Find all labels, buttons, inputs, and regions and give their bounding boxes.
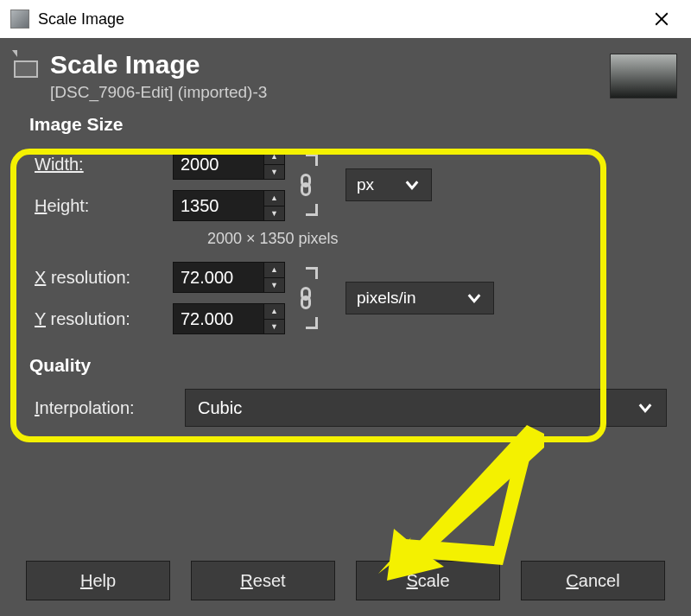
size-rows: Width: ▲ ▼ Height: bbox=[35, 143, 667, 226]
yres-step-down[interactable]: ▼ bbox=[264, 319, 284, 334]
svg-marker-5 bbox=[387, 425, 544, 581]
dimensions-text: 2000 × 1350 pixels bbox=[207, 230, 667, 248]
xres-input[interactable] bbox=[174, 263, 263, 292]
dialog-title: Scale Image bbox=[50, 50, 267, 79]
interpolation-value: Cubic bbox=[198, 398, 242, 418]
svg-marker-2 bbox=[401, 434, 536, 565]
titlebar: Scale Image bbox=[0, 0, 691, 38]
width-input[interactable] bbox=[174, 149, 263, 179]
width-label: Width: bbox=[35, 155, 173, 175]
interpolation-label: Interpolation: bbox=[35, 398, 185, 418]
yres-spinbox[interactable]: ▲ ▼ bbox=[173, 303, 285, 334]
height-step-up[interactable]: ▲ bbox=[264, 191, 284, 206]
size-unit-dropdown[interactable]: px bbox=[346, 168, 432, 201]
width-spinbox[interactable]: ▲ ▼ bbox=[173, 149, 285, 180]
dialog-body: Scale Image [DSC_7906-Edit] (imported)-3… bbox=[0, 38, 691, 616]
help-button[interactable]: Help bbox=[26, 561, 170, 600]
resolution-chain-link[interactable] bbox=[285, 257, 326, 340]
height-spinbox[interactable]: ▲ ▼ bbox=[173, 190, 285, 221]
image-size-section: Image Size Width: ▲ ▼ bbox=[0, 114, 691, 340]
size-unit-value: px bbox=[357, 175, 374, 194]
dialog-subtitle: [DSC_7906-Edit] (imported)-3 bbox=[50, 83, 267, 102]
chevron-down-icon bbox=[403, 176, 421, 194]
image-size-title: Image Size bbox=[29, 114, 667, 135]
close-button[interactable] bbox=[636, 0, 688, 38]
quality-title: Quality bbox=[29, 355, 667, 376]
xres-spinbox[interactable]: ▲ ▼ bbox=[173, 262, 285, 293]
image-thumbnail bbox=[610, 54, 677, 98]
width-step-up[interactable]: ▲ bbox=[264, 149, 284, 164]
chain-link-icon bbox=[297, 285, 314, 311]
xres-step-down[interactable]: ▼ bbox=[264, 277, 284, 293]
resolution-unit-dropdown[interactable]: pixels/in bbox=[346, 282, 494, 314]
resolution-rows: X resolution: ▲ ▼ Y resolution: bbox=[35, 257, 667, 340]
quality-section: Quality Interpolation: Cubic bbox=[0, 340, 691, 431]
yres-step-up[interactable]: ▲ bbox=[264, 304, 284, 319]
window-title: Scale Image bbox=[38, 10, 636, 29]
scale-button[interactable]: Scale bbox=[356, 561, 500, 600]
yres-input[interactable] bbox=[174, 304, 263, 333]
dialog-header: Scale Image [DSC_7906-Edit] (imported)-3 bbox=[0, 38, 691, 111]
header-text: Scale Image [DSC_7906-Edit] (imported)-3 bbox=[50, 50, 267, 102]
button-bar: Help Reset Scale Cancel bbox=[0, 561, 691, 600]
width-step-down[interactable]: ▼ bbox=[264, 164, 284, 180]
scale-image-icon bbox=[10, 55, 41, 79]
reset-button[interactable]: Reset bbox=[191, 561, 335, 600]
height-step-down[interactable]: ▼ bbox=[264, 206, 284, 221]
annotation-arrow bbox=[363, 427, 553, 582]
app-icon bbox=[10, 10, 29, 29]
interpolation-dropdown[interactable]: Cubic bbox=[185, 389, 667, 427]
cancel-button[interactable]: Cancel bbox=[521, 561, 665, 600]
height-label: Height: bbox=[35, 196, 173, 216]
resolution-unit-value: pixels/in bbox=[357, 289, 416, 308]
xres-step-up[interactable]: ▲ bbox=[264, 263, 284, 277]
chevron-down-icon bbox=[466, 289, 483, 307]
chain-link-icon bbox=[297, 172, 314, 198]
xres-label: X resolution: bbox=[35, 268, 173, 288]
height-input[interactable] bbox=[174, 191, 263, 220]
scale-image-dialog: Scale Image Scale Image [DSC_7906-Edit] … bbox=[0, 0, 691, 616]
chevron-down-icon bbox=[637, 399, 654, 416]
size-chain-link[interactable] bbox=[285, 143, 326, 226]
yres-label: Y resolution: bbox=[35, 309, 173, 329]
